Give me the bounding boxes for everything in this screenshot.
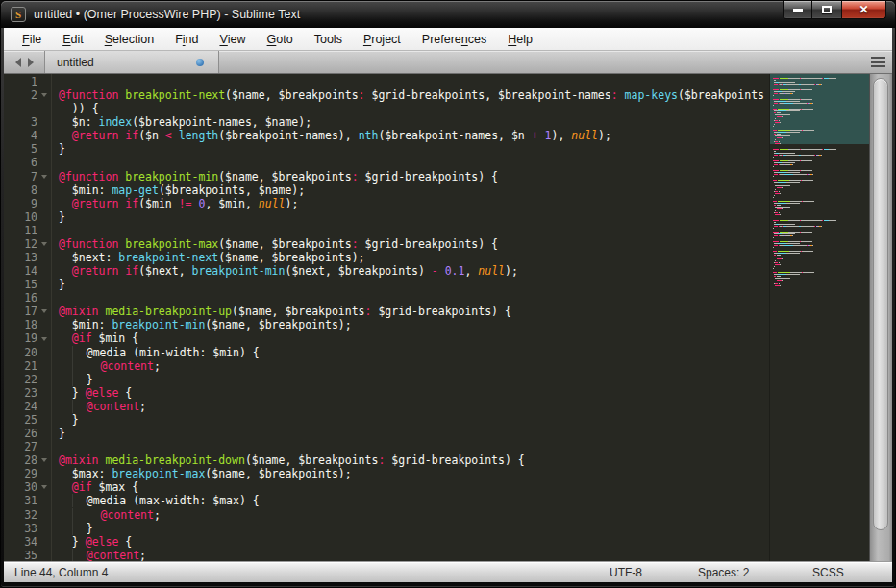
line-number: 25: [4, 413, 37, 427]
gutter-row: 31: [4, 494, 51, 507]
code-line: @content;: [59, 359, 769, 373]
tab-overflow-icon[interactable]: [871, 56, 885, 68]
menu-item-preferences[interactable]: Preferences: [411, 28, 497, 50]
line-number: 27: [4, 440, 37, 453]
code-line: @content;: [59, 400, 769, 413]
fold-arrow-icon[interactable]: [41, 309, 47, 313]
gutter-row: 25: [4, 413, 51, 427]
gutter-row: 8: [4, 184, 51, 197]
gutter-row: 27: [4, 440, 51, 453]
code-line: }: [59, 278, 769, 291]
menu-bar: FileEditSelectionFindViewGotoToolsProjec…: [4, 28, 892, 51]
line-number: 11: [4, 224, 37, 237]
maximize-icon: [822, 6, 832, 13]
code-line: @content;: [59, 549, 769, 561]
menu-item-project[interactable]: Project: [353, 28, 411, 50]
title-bar[interactable]: S untitled • (Omer ProcessWire PHP) - Su…: [1, 1, 895, 28]
line-number: 29: [4, 467, 37, 480]
line-number: 18: [4, 318, 37, 331]
gutter-row: 30: [4, 480, 51, 494]
tab-bar: untitled: [4, 51, 892, 74]
minimize-button[interactable]: [783, 1, 812, 19]
gutter-row: 20: [4, 346, 51, 359]
encoding-indicator: UTF-8: [610, 566, 642, 579]
gutter-row: 1: [4, 75, 51, 88]
window-title: untitled • (Omer ProcessWire PHP) - Subl…: [34, 8, 300, 21]
fold-arrow-icon[interactable]: [41, 175, 47, 179]
line-number: 13: [4, 251, 37, 264]
code-view[interactable]: @function breakpoint-next($name, $breakp…: [52, 74, 769, 561]
code-line: }: [59, 522, 769, 535]
close-button[interactable]: ✕: [841, 1, 886, 19]
menu-item-tools[interactable]: Tools: [304, 28, 353, 50]
scrollbar-thumb[interactable]: [873, 78, 888, 530]
menu-item-edit[interactable]: Edit: [52, 28, 94, 50]
line-number: 16: [4, 291, 37, 305]
minimap[interactable]: [769, 74, 869, 561]
gutter-row: 32: [4, 508, 51, 522]
gutter-row: 29: [4, 467, 51, 480]
line-number: 10: [4, 210, 37, 224]
menu-item-goto[interactable]: Goto: [257, 28, 304, 50]
gutter-row: 35: [4, 549, 51, 561]
gutter-row: 7: [4, 170, 51, 184]
menu-item-help[interactable]: Help: [497, 28, 543, 50]
code-line: [59, 291, 769, 305]
line-number: 2: [4, 88, 37, 102]
line-number: 9: [4, 197, 37, 210]
line-number: 26: [4, 427, 37, 440]
code-line: }: [59, 427, 769, 440]
gutter-row: 12: [4, 237, 51, 251]
menu-item-selection[interactable]: Selection: [94, 28, 164, 50]
fold-arrow-icon[interactable]: [41, 93, 47, 97]
code-line: }: [59, 373, 769, 386]
tab-prev-icon[interactable]: [15, 58, 21, 67]
code-line: [59, 75, 769, 88]
code-line: $min: breakpoint-min($name, $breakpoints…: [59, 318, 769, 331]
gutter-row: 18: [4, 318, 51, 331]
indentation-indicator[interactable]: Spaces: 2: [698, 566, 749, 579]
menu-item-find[interactable]: Find: [164, 28, 209, 50]
menu-item-view[interactable]: View: [209, 28, 256, 50]
vertical-scrollbar[interactable]: [869, 74, 892, 561]
gutter-row: 26: [4, 427, 51, 440]
line-number: 15: [4, 278, 37, 291]
code-line: $max: breakpoint-max($name, $breakpoints…: [59, 467, 769, 480]
code-line: [59, 440, 769, 453]
modified-dot-icon: [196, 59, 204, 66]
sublime-app-icon: S: [11, 7, 26, 22]
status-bar: Line 44, Column 4 UTF-8 Spaces: 2 SCSS: [4, 561, 892, 582]
gutter-row: 33: [4, 522, 51, 535]
window-controls: ✕: [783, 1, 886, 19]
close-icon: ✕: [859, 4, 868, 15]
code-line: @function breakpoint-min($name, $breakpo…: [59, 170, 769, 184]
code-line: @function breakpoint-max($name, $breakpo…: [59, 237, 769, 251]
syntax-indicator[interactable]: SCSS: [812, 566, 844, 579]
fold-arrow-icon[interactable]: [41, 458, 47, 462]
gutter: 1234567891011121314151617181920212223242…: [4, 74, 52, 561]
code-line: @media (min-width: $min) {: [59, 346, 769, 359]
tab-next-icon[interactable]: [28, 58, 34, 67]
minimap-content: [773, 76, 866, 286]
code-line: [59, 224, 769, 237]
fold-arrow-icon[interactable]: [41, 337, 47, 341]
gutter-row: 14: [4, 264, 51, 278]
line-number: 20: [4, 346, 37, 359]
gutter-row: 28: [4, 453, 51, 467]
fold-arrow-icon[interactable]: [41, 242, 47, 246]
fold-arrow-icon[interactable]: [41, 485, 47, 489]
maximize-button[interactable]: [812, 1, 841, 19]
code-line: @return if($n < length($breakpoint-names…: [59, 129, 769, 142]
gutter-row: 23: [4, 386, 51, 400]
tab-label: untitled: [57, 56, 94, 69]
tab-untitled[interactable]: untitled: [44, 51, 219, 73]
line-number: 14: [4, 264, 37, 278]
gutter-row: [4, 102, 51, 115]
menu-item-file[interactable]: File: [12, 28, 52, 50]
minimize-icon: [793, 9, 803, 12]
gutter-row: 10: [4, 210, 51, 224]
code-line: @media (max-width: $max) {: [59, 494, 769, 507]
line-number: 4: [4, 129, 37, 142]
code-line: [59, 156, 769, 169]
line-number: 12: [4, 237, 37, 251]
